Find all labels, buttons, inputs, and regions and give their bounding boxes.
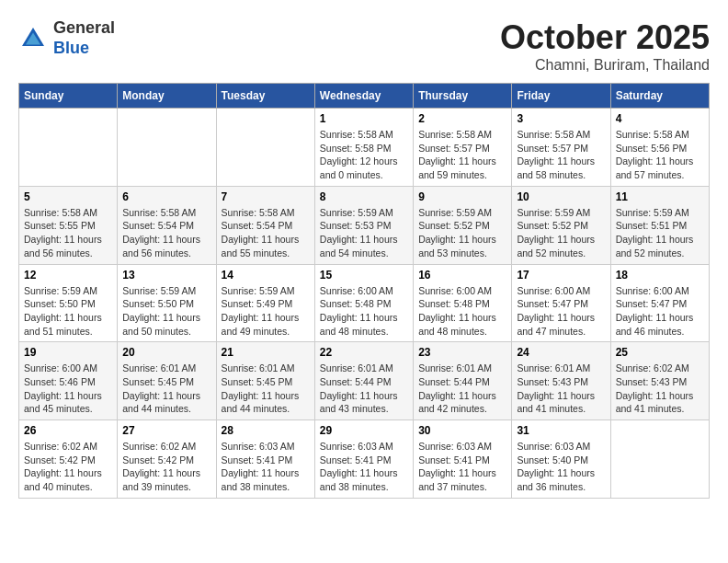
day-number: 20: [122, 346, 210, 359]
day-info: Sunrise: 6:00 AM Sunset: 5:46 PM Dayligh…: [24, 362, 112, 416]
day-info: Sunrise: 5:58 AM Sunset: 5:57 PM Dayligh…: [517, 128, 605, 182]
calendar-cell: 20Sunrise: 6:01 AM Sunset: 5:45 PM Dayli…: [118, 342, 216, 420]
calendar-cell: 19Sunrise: 6:00 AM Sunset: 5:46 PM Dayli…: [19, 342, 118, 420]
day-info: Sunrise: 6:01 AM Sunset: 5:43 PM Dayligh…: [517, 362, 605, 416]
calendar-cell: [216, 109, 314, 187]
weekday-header-row: SundayMondayTuesdayWednesdayThursdayFrid…: [19, 84, 710, 109]
logo: General Blue: [18, 18, 115, 58]
day-info: Sunrise: 5:59 AM Sunset: 5:51 PM Dayligh…: [616, 206, 704, 260]
day-number: 16: [418, 269, 506, 282]
logo-general: General: [53, 18, 115, 37]
calendar-cell: 26Sunrise: 6:02 AM Sunset: 5:42 PM Dayli…: [19, 420, 118, 499]
month-title: October 2025: [500, 18, 710, 57]
calendar-cell: 10Sunrise: 5:59 AM Sunset: 5:52 PM Dayli…: [512, 186, 610, 264]
day-info: Sunrise: 5:58 AM Sunset: 5:56 PM Dayligh…: [616, 128, 704, 182]
day-number: 2: [418, 112, 506, 125]
day-info: Sunrise: 5:58 AM Sunset: 5:55 PM Dayligh…: [24, 206, 112, 260]
weekday-header-sunday: Sunday: [19, 84, 118, 109]
calendar-week-2: 5Sunrise: 5:58 AM Sunset: 5:55 PM Daylig…: [19, 186, 710, 264]
calendar-cell: [19, 109, 118, 187]
logo-icon: [18, 24, 48, 53]
day-info: Sunrise: 6:01 AM Sunset: 5:45 PM Dayligh…: [122, 362, 210, 416]
calendar-cell: 2Sunrise: 5:58 AM Sunset: 5:57 PM Daylig…: [414, 109, 512, 187]
calendar-cell: 7Sunrise: 5:58 AM Sunset: 5:54 PM Daylig…: [216, 186, 314, 264]
day-info: Sunrise: 5:58 AM Sunset: 5:57 PM Dayligh…: [418, 128, 506, 182]
calendar-cell: 15Sunrise: 6:00 AM Sunset: 5:48 PM Dayli…: [314, 264, 413, 342]
weekday-header-friday: Friday: [512, 84, 610, 109]
day-number: 9: [418, 190, 506, 203]
day-info: Sunrise: 6:03 AM Sunset: 5:41 PM Dayligh…: [222, 440, 310, 494]
day-info: Sunrise: 5:59 AM Sunset: 5:50 PM Dayligh…: [24, 284, 112, 339]
day-number: 14: [222, 269, 310, 282]
day-number: 11: [616, 190, 704, 203]
calendar-cell: 1Sunrise: 5:58 AM Sunset: 5:58 PM Daylig…: [314, 109, 413, 187]
calendar-cell: 17Sunrise: 6:00 AM Sunset: 5:47 PM Dayli…: [512, 264, 610, 342]
day-info: Sunrise: 5:58 AM Sunset: 5:54 PM Dayligh…: [222, 206, 310, 260]
day-number: 7: [222, 190, 310, 203]
calendar-cell: 9Sunrise: 5:59 AM Sunset: 5:52 PM Daylig…: [414, 186, 512, 264]
day-number: 29: [320, 424, 408, 437]
day-number: 15: [320, 269, 408, 282]
calendar-cell: 5Sunrise: 5:58 AM Sunset: 5:55 PM Daylig…: [19, 186, 118, 264]
weekday-header-wednesday: Wednesday: [314, 84, 413, 109]
day-info: Sunrise: 5:59 AM Sunset: 5:52 PM Dayligh…: [418, 206, 506, 260]
calendar-cell: 27Sunrise: 6:02 AM Sunset: 5:42 PM Dayli…: [118, 420, 216, 499]
day-number: 6: [122, 190, 210, 203]
calendar-cell: 21Sunrise: 6:01 AM Sunset: 5:45 PM Dayli…: [216, 342, 314, 420]
calendar-cell: 16Sunrise: 6:00 AM Sunset: 5:48 PM Dayli…: [414, 264, 512, 342]
day-info: Sunrise: 5:58 AM Sunset: 5:58 PM Dayligh…: [320, 128, 408, 182]
calendar-week-1: 1Sunrise: 5:58 AM Sunset: 5:58 PM Daylig…: [19, 109, 710, 187]
calendar-cell: [118, 109, 216, 187]
day-info: Sunrise: 5:59 AM Sunset: 5:50 PM Dayligh…: [122, 284, 210, 339]
location-subtitle: Chamni, Buriram, Thailand: [500, 57, 710, 74]
calendar-cell: 29Sunrise: 6:03 AM Sunset: 5:41 PM Dayli…: [314, 420, 413, 499]
day-number: 31: [517, 424, 605, 437]
weekday-header-thursday: Thursday: [414, 84, 512, 109]
day-number: 4: [616, 112, 704, 125]
day-info: Sunrise: 5:59 AM Sunset: 5:53 PM Dayligh…: [320, 206, 408, 260]
day-number: 21: [222, 346, 310, 359]
day-number: 12: [24, 269, 112, 282]
day-info: Sunrise: 6:00 AM Sunset: 5:47 PM Dayligh…: [616, 284, 704, 339]
day-info: Sunrise: 6:02 AM Sunset: 5:42 PM Dayligh…: [24, 440, 112, 494]
calendar-cell: 4Sunrise: 5:58 AM Sunset: 5:56 PM Daylig…: [610, 109, 709, 187]
calendar-week-4: 19Sunrise: 6:00 AM Sunset: 5:46 PM Dayli…: [19, 342, 710, 420]
day-number: 26: [24, 424, 112, 437]
day-info: Sunrise: 6:02 AM Sunset: 5:43 PM Dayligh…: [616, 362, 704, 416]
day-info: Sunrise: 6:01 AM Sunset: 5:44 PM Dayligh…: [320, 362, 408, 416]
day-info: Sunrise: 5:59 AM Sunset: 5:49 PM Dayligh…: [222, 284, 310, 339]
day-number: 28: [222, 424, 310, 437]
day-info: Sunrise: 6:01 AM Sunset: 5:45 PM Dayligh…: [222, 362, 310, 416]
calendar-cell: 18Sunrise: 6:00 AM Sunset: 5:47 PM Dayli…: [610, 264, 709, 342]
calendar-table: SundayMondayTuesdayWednesdayThursdayFrid…: [18, 83, 710, 499]
calendar-week-3: 12Sunrise: 5:59 AM Sunset: 5:50 PM Dayli…: [19, 264, 710, 342]
calendar-cell: 14Sunrise: 5:59 AM Sunset: 5:49 PM Dayli…: [216, 264, 314, 342]
calendar-cell: 30Sunrise: 6:03 AM Sunset: 5:41 PM Dayli…: [414, 420, 512, 499]
day-info: Sunrise: 6:00 AM Sunset: 5:47 PM Dayligh…: [517, 284, 605, 339]
day-info: Sunrise: 6:03 AM Sunset: 5:41 PM Dayligh…: [320, 440, 408, 494]
calendar-cell: 28Sunrise: 6:03 AM Sunset: 5:41 PM Dayli…: [216, 420, 314, 499]
day-info: Sunrise: 6:02 AM Sunset: 5:42 PM Dayligh…: [122, 440, 210, 494]
weekday-header-tuesday: Tuesday: [216, 84, 314, 109]
calendar-week-5: 26Sunrise: 6:02 AM Sunset: 5:42 PM Dayli…: [19, 420, 710, 499]
day-number: 10: [517, 190, 605, 203]
calendar-cell: 8Sunrise: 5:59 AM Sunset: 5:53 PM Daylig…: [314, 186, 413, 264]
day-info: Sunrise: 6:00 AM Sunset: 5:48 PM Dayligh…: [418, 284, 506, 339]
day-number: 24: [517, 346, 605, 359]
calendar-cell: 25Sunrise: 6:02 AM Sunset: 5:43 PM Dayli…: [610, 342, 709, 420]
day-number: 5: [24, 190, 112, 203]
calendar-cell: [610, 420, 709, 499]
calendar-cell: 22Sunrise: 6:01 AM Sunset: 5:44 PM Dayli…: [314, 342, 413, 420]
weekday-header-monday: Monday: [118, 84, 216, 109]
day-info: Sunrise: 5:58 AM Sunset: 5:54 PM Dayligh…: [122, 206, 210, 260]
day-number: 23: [418, 346, 506, 359]
calendar-cell: 3Sunrise: 5:58 AM Sunset: 5:57 PM Daylig…: [512, 109, 610, 187]
day-info: Sunrise: 6:03 AM Sunset: 5:41 PM Dayligh…: [418, 440, 506, 494]
calendar-cell: 23Sunrise: 6:01 AM Sunset: 5:44 PM Dayli…: [414, 342, 512, 420]
day-number: 19: [24, 346, 112, 359]
calendar-cell: 24Sunrise: 6:01 AM Sunset: 5:43 PM Dayli…: [512, 342, 610, 420]
day-number: 3: [517, 112, 605, 125]
calendar-cell: 13Sunrise: 5:59 AM Sunset: 5:50 PM Dayli…: [118, 264, 216, 342]
day-number: 17: [517, 269, 605, 282]
day-number: 27: [122, 424, 210, 437]
